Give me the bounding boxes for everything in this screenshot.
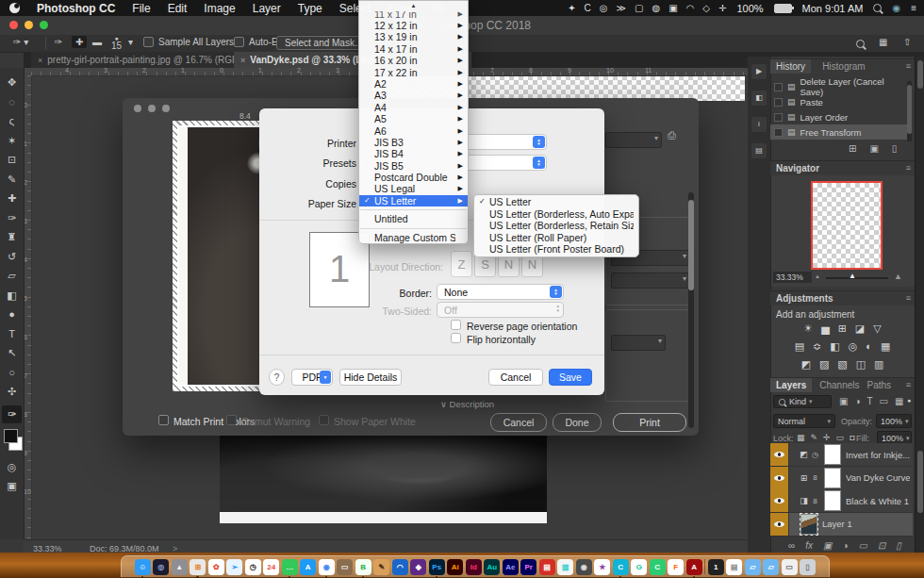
premiere[interactable]: Pr: [520, 559, 536, 575]
paper-size-menu-item[interactable]: Manage Custom Sizes...: [359, 232, 468, 243]
launchpad[interactable]: ▲: [172, 559, 188, 575]
lock-transparency-icon[interactable]: ▦: [797, 433, 805, 442]
panel-menu-icon[interactable]: ≡: [906, 293, 911, 303]
new-selection-brush-icon[interactable]: ✑: [55, 37, 62, 47]
layer-thumbnail[interactable]: [800, 514, 817, 535]
circle-1-icon[interactable]: ◍: [652, 3, 660, 13]
new-snapshot-icon[interactable]: ▣: [869, 143, 878, 154]
minimize-icon[interactable]: [148, 105, 156, 112]
delete-state-icon[interactable]: ▯: [892, 143, 898, 154]
creative-cloud[interactable]: ◠: [392, 559, 408, 575]
submenu-item[interactable]: US Letter (Front Poster Board): [474, 243, 638, 256]
navigator-slider-thumb[interactable]: ▲: [849, 272, 856, 280]
layer-mask-icon[interactable]: ▣: [823, 540, 832, 551]
menu-item[interactable]: Edit: [168, 2, 188, 15]
tab-layers[interactable]: Layers: [770, 378, 812, 392]
paper-size-menu-item[interactable]: A6 ▶: [359, 125, 468, 137]
layer-style-icon[interactable]: fx: [805, 540, 813, 551]
printer-icon[interactable]: ⎙: [668, 129, 676, 141]
apple-icon[interactable]: [9, 3, 20, 13]
layer-name[interactable]: Invert for Inkje...: [846, 450, 910, 460]
eyedropper-tool[interactable]: ✎: [0, 171, 24, 188]
submenu-item[interactable]: US Letter (Borderless, Retain Size): [474, 220, 638, 232]
utility-app[interactable]: ◉: [576, 559, 592, 575]
invert-icon[interactable]: ◩: [800, 358, 810, 371]
history-scrollbar-thumb[interactable]: [907, 85, 912, 134]
shape-tool[interactable]: ○: [0, 364, 24, 381]
paper-size-menu-item[interactable]: [360, 228, 467, 229]
brush-dropdown-icon[interactable]: ▾: [128, 37, 133, 47]
panel-scrollbar[interactable]: [915, 57, 924, 554]
checkbox-icon[interactable]: [143, 37, 154, 47]
zoom-icon[interactable]: [162, 105, 170, 112]
red-app[interactable]: ▤: [539, 559, 555, 575]
color-lookup-icon[interactable]: ▦: [881, 340, 890, 353]
info-panel-icon[interactable]: i: [751, 117, 767, 132]
tab-navigator[interactable]: Navigator: [776, 163, 819, 173]
panel-menu-icon[interactable]: ≡: [906, 163, 911, 173]
gradient-map-icon[interactable]: ▥: [874, 358, 883, 371]
menu-item[interactable]: Type: [298, 2, 322, 15]
subtract-selection-brush-icon[interactable]: ▬: [92, 37, 102, 47]
accessibility-icon[interactable]: ✛: [718, 3, 726, 13]
layer-row[interactable]: Layer 1: [770, 513, 913, 537]
paper-size-menu-item[interactable]: 11 x 17 in ▶: [359, 11, 468, 20]
submenu-item[interactable]: US Letter (Roll Paper): [474, 232, 638, 244]
green-c-app[interactable]: C: [650, 559, 666, 575]
spotlight-icon[interactable]: [873, 4, 882, 12]
photo-filter-icon[interactable]: ◎: [849, 340, 858, 353]
printer-profile-select[interactable]: [611, 272, 690, 289]
posterize-icon[interactable]: ▨: [819, 358, 829, 371]
onepassword[interactable]: 1: [708, 559, 724, 575]
search-icon[interactable]: [856, 39, 865, 50]
layer-name[interactable]: Layer 1: [822, 519, 852, 529]
delete-layer-icon[interactable]: ▯: [896, 540, 901, 551]
folder-downloads[interactable]: ▱: [745, 559, 761, 575]
opacity-field[interactable]: 100% ▾: [876, 414, 912, 428]
layer-name[interactable]: Black & White 1: [846, 496, 909, 506]
submenu-item[interactable]: ✓ US Letter: [474, 196, 638, 208]
navigator-preview[interactable]: [811, 181, 883, 270]
eye-icon[interactable]: [774, 521, 784, 527]
history-state-row[interactable]: ▤ Delete Layer (Cancel Save): [770, 79, 908, 94]
reverse-orientation-checkbox[interactable]: [451, 320, 461, 330]
navigator-zoom-slider[interactable]: [826, 277, 888, 279]
magic-wand-tool[interactable]: ✶: [0, 132, 24, 149]
after-effects[interactable]: Ae: [503, 559, 519, 575]
close-tab-icon[interactable]: ×: [38, 56, 42, 65]
hue-saturation-icon[interactable]: ▤: [795, 340, 804, 353]
blur-tool[interactable]: ●: [0, 306, 24, 322]
dialog-print-button[interactable]: Print: [613, 413, 686, 432]
paper-size-menu-item[interactable]: Postcard Double ▶: [359, 172, 468, 183]
brush-tool[interactable]: ✑: [0, 209, 24, 226]
folder-documents[interactable]: ▱: [763, 559, 779, 575]
messages[interactable]: …: [282, 559, 298, 575]
lock-position-icon[interactable]: ✛: [823, 433, 831, 442]
scrollbar-thumb[interactable]: [917, 60, 923, 89]
scrollbar-thumb[interactable]: [917, 451, 923, 513]
history-source-checkbox[interactable]: [774, 128, 783, 137]
eraser-tool[interactable]: ▱: [0, 267, 24, 284]
layer-visibility-cell[interactable]: [770, 489, 789, 512]
tab-adjustments[interactable]: Adjustments: [776, 293, 833, 304]
font-app[interactable]: F: [668, 559, 684, 575]
layer-row[interactable]: ⊞ 8 Van Dyke Curve: [770, 467, 913, 490]
sheet-cancel-button[interactable]: Cancel: [488, 369, 543, 386]
history-brush-tool[interactable]: ↺: [0, 248, 24, 265]
selective-color-icon[interactable]: ◫: [856, 358, 866, 371]
paper-size-menu-item[interactable]: 12 x 12 in ▶: [359, 20, 468, 31]
trash[interactable]: ▯: [800, 559, 816, 575]
clock[interactable]: ◷: [245, 559, 261, 575]
description-section[interactable]: ∨ Description: [440, 399, 494, 409]
eye-icon[interactable]: [774, 498, 784, 504]
layout-direction-button[interactable]: Z: [451, 251, 472, 277]
close-icon[interactable]: [134, 105, 141, 112]
tab-histogram[interactable]: Histogram: [822, 61, 866, 72]
menu-item[interactable]: Layer: [253, 2, 281, 15]
pdf-button[interactable]: PDF ▼: [291, 369, 333, 386]
layer-row[interactable]: ◨ 8 Black & White 1: [770, 489, 913, 513]
maps[interactable]: ➢: [226, 559, 242, 575]
threshold-icon[interactable]: ▧: [837, 358, 847, 371]
dialog-done-button[interactable]: Done: [553, 413, 602, 432]
filter-smart-icon[interactable]: ▦: [895, 396, 903, 406]
